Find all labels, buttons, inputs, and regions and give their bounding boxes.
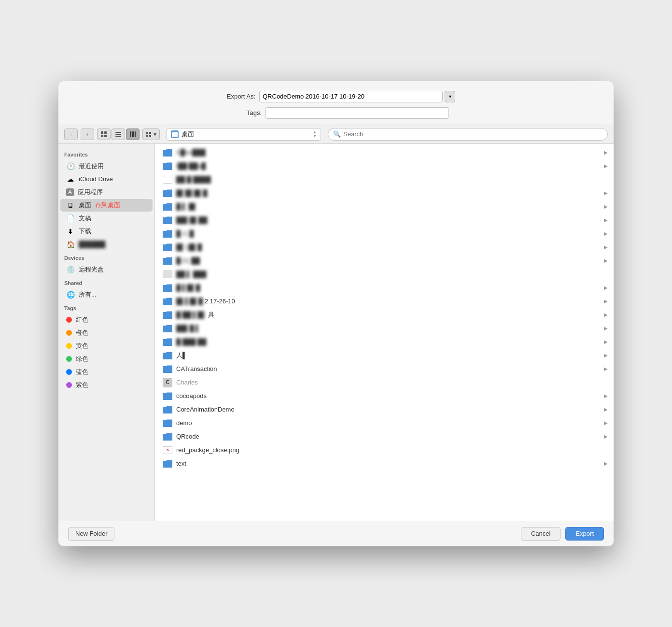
file-row[interactable]: ██▌█ ▌ ▶ (155, 322, 614, 335)
app-icon-charles: C (163, 378, 172, 387)
file-row[interactable]: █ ██ ▌█▌ 具 ▶ (155, 308, 614, 322)
file-row[interactable]: █▌▌█▌█ 2 17-26-10 ▶ (155, 295, 614, 308)
svg-rect-3 (104, 135, 107, 137)
sidebar-item-desktop-sublabel: 存到桌面 (95, 201, 120, 210)
sidebar-item-documents[interactable]: 📄 文稿 (60, 212, 153, 225)
file-row[interactable]: I██r██a█ ▶ (155, 159, 614, 173)
new-folder-button[interactable]: New Folder (68, 527, 114, 541)
apps-icon: A (66, 188, 74, 196)
save-dialog: Export As: ▾ Tags: ‹ › (58, 81, 614, 546)
icon-view-btn[interactable] (97, 128, 111, 140)
file-row[interactable]: █ /1 █ ▶ (155, 227, 614, 241)
file-row[interactable]: ██ ▌ ███ (155, 268, 614, 281)
chevron-right-icon: ▶ (604, 244, 608, 250)
chevron-right-icon: ▶ (604, 461, 608, 466)
sidebar-item-tag-yellow[interactable]: 黄色 (60, 340, 153, 352)
file-name: █▌█▌█▌█ (176, 189, 602, 197)
file-row[interactable]: 人▌ ▶ (155, 349, 614, 362)
sidebar-item-recents[interactable]: 🕐 最近使用 (60, 160, 153, 172)
location-selector[interactable]: 桌面 ▲▼ (167, 128, 321, 141)
svg-rect-7 (130, 131, 131, 137)
chevron-right-icon: ▶ (604, 420, 608, 426)
devices-section-label: Devices (58, 251, 154, 263)
file-row[interactable]: █ ███ ██ ▶ (155, 335, 614, 349)
file-row[interactable]: █ ▌█▌█ ▶ (155, 281, 614, 295)
folder-icon (163, 325, 172, 332)
list-view-btn[interactable] (112, 128, 125, 140)
svg-rect-12 (146, 135, 148, 137)
column-view-btn[interactable] (126, 128, 140, 140)
yellow-tag-dot (66, 343, 72, 349)
file-list-container: S█tor███ ▶ I██r██a█ ▶ ██ █ ████ █▌█▌ (155, 144, 614, 521)
file-row-charles[interactable]: C Charles (155, 376, 614, 389)
file-row-qrcode[interactable]: QRcode ▶ (155, 430, 614, 443)
file-name-red-packge: red_packge_close.png (176, 446, 608, 454)
file-icon-red-packge: ✕ (163, 446, 172, 454)
search-input[interactable] (343, 130, 602, 138)
sidebar-item-optical[interactable]: 💿 远程光盘 (60, 263, 153, 276)
file-name-catransaction: CATransaction (176, 365, 602, 372)
back-btn[interactable]: ‹ (64, 128, 78, 140)
documents-icon: 📄 (66, 214, 75, 223)
sidebar-item-desktop-label: 桌面 (79, 201, 91, 210)
file-row-demo[interactable]: demo ▶ (155, 416, 614, 430)
sidebar-item-tag-blue[interactable]: 蓝色 (60, 366, 153, 378)
file-row[interactable]: █.01 ██ ▶ (155, 254, 614, 268)
orange-tag-dot (66, 330, 72, 336)
cancel-button[interactable]: Cancel (521, 527, 560, 541)
sidebar-item-documents-label: 文稿 (79, 214, 91, 223)
chevron-right-icon: ▶ (604, 407, 608, 412)
tags-input[interactable] (266, 107, 449, 119)
sidebar-item-tag-green[interactable]: 绿色 (60, 353, 153, 365)
chevron-right-icon: ▶ (604, 204, 608, 209)
top-section: Export As: ▾ Tags: (58, 81, 614, 125)
file-row[interactable]: ██▌█▌██ ▶ (155, 214, 614, 227)
file-row-catransaction[interactable]: CATransaction ▶ (155, 362, 614, 376)
file-row[interactable]: █▌1█▌█ ▶ (155, 241, 614, 254)
forward-btn[interactable]: › (81, 128, 94, 140)
svg-rect-2 (101, 135, 103, 137)
purple-tag-dot (66, 382, 72, 388)
sidebar-item-tag-red[interactable]: 红色 (60, 314, 153, 326)
export-button[interactable]: Export (565, 527, 604, 541)
downloads-icon: ⬇ (66, 227, 75, 236)
file-row[interactable]: ██ █ ████ (155, 173, 614, 186)
search-box[interactable]: 🔍 (328, 128, 608, 141)
file-name: █▌▌█▌█ 2 17-26-10 (176, 298, 602, 305)
folder-icon (163, 230, 172, 238)
file-row-text[interactable]: text ▶ (155, 457, 614, 470)
chevron-right-icon: ▶ (604, 312, 608, 317)
sidebar-item-tag-blue-label: 蓝色 (76, 368, 88, 376)
sidebar-item-home[interactable]: 🏠 ██████ (60, 238, 153, 251)
file-row-cocoapods[interactable]: cocoapods ▶ (155, 389, 614, 403)
network-icon: 🌐 (66, 290, 75, 299)
chevron-right-icon: ▶ (604, 353, 608, 358)
arrange-btn[interactable]: ▾ (142, 128, 160, 140)
tags-section-label: Tags (58, 301, 154, 313)
sidebar-item-downloads[interactable]: ⬇ 下载 (60, 225, 153, 238)
file-name-qrcode: QRcode (176, 433, 602, 440)
file-name: █ ▌█▌█ (176, 284, 602, 291)
sidebar-item-apps[interactable]: A 应用程序 (60, 186, 153, 199)
svg-rect-4 (115, 132, 121, 133)
file-row-coreanimation[interactable]: CoreAnimationDemo ▶ (155, 403, 614, 416)
tags-label: Tags: (223, 109, 262, 116)
toolbar: ‹ › (58, 125, 614, 144)
file-name: ██ ▌ ███ (176, 271, 608, 278)
sidebar-item-tag-orange[interactable]: 橙色 (60, 327, 153, 339)
chevron-right-icon: ▶ (604, 150, 608, 155)
file-row[interactable]: █▌█▌█▌█ ▶ (155, 186, 614, 200)
sidebar-item-icloud[interactable]: ☁ iCloud Drive (60, 173, 153, 185)
file-row[interactable]: █ ▌ █▌ ▶ (155, 200, 614, 214)
chevron-right-icon: ▶ (604, 299, 608, 304)
icloud-icon: ☁ (66, 175, 75, 184)
filename-toggle-btn[interactable]: ▾ (445, 91, 455, 102)
file-row-red-packge[interactable]: ✕ red_packge_close.png (155, 443, 614, 457)
sidebar-item-allshared[interactable]: 🌐 所有... (60, 288, 153, 301)
file-row[interactable]: S█tor███ ▶ (155, 146, 614, 159)
sidebar-item-tag-purple[interactable]: 紫色 (60, 379, 153, 391)
optical-icon: 💿 (66, 265, 75, 274)
chevron-right-icon: ▶ (604, 393, 608, 399)
sidebar-item-desktop[interactable]: 🖥 桌面 存到桌面 (60, 199, 153, 212)
filename-input[interactable] (259, 91, 443, 102)
